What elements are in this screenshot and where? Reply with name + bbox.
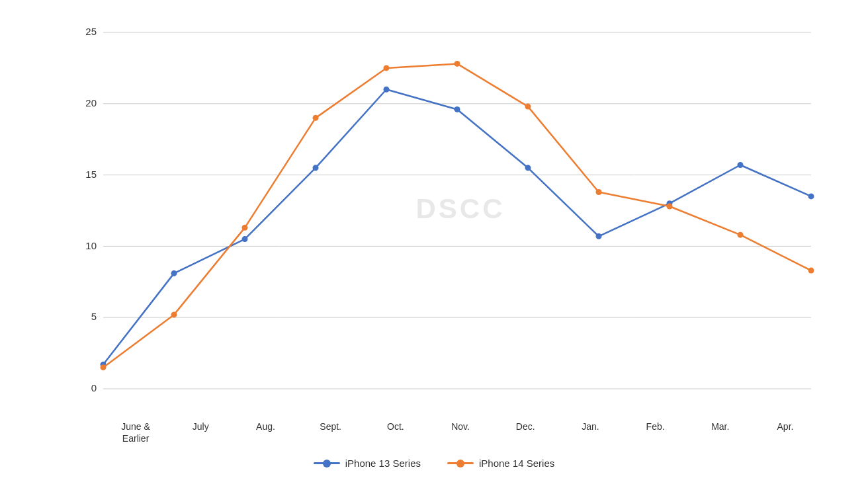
x-axis-tick-label: Aug. <box>233 421 298 444</box>
x-axis-tick-label: Sept. <box>298 421 363 444</box>
x-axis-tick-label: Dec. <box>493 421 558 444</box>
legend-label: iPhone 13 Series <box>345 458 421 469</box>
chart-area: June &EarlierJulyAug.Sept.Oct.Nov.Dec.Ja… <box>37 19 831 444</box>
legend-item: iPhone 13 Series <box>314 458 421 469</box>
x-axis-tick-label: Feb. <box>623 421 688 444</box>
x-axis-tick-label: Oct. <box>363 421 428 444</box>
chart-inner: June &EarlierJulyAug.Sept.Oct.Nov.Dec.Ja… <box>64 19 831 444</box>
x-axis-tick-label: June &Earlier <box>103 421 168 444</box>
x-axis-tick-label: Nov. <box>428 421 493 444</box>
y-axis-label <box>37 19 57 444</box>
legend-label: iPhone 14 Series <box>479 458 554 469</box>
x-axis-tick-label: Apr. <box>753 421 818 444</box>
x-axis-labels: June &EarlierJulyAug.Sept.Oct.Nov.Dec.Ja… <box>64 421 831 444</box>
x-axis-tick-label: July <box>168 421 233 444</box>
x-axis-tick-label: Jan. <box>558 421 623 444</box>
x-axis-tick-label: Mar. <box>688 421 753 444</box>
chart-container: June &EarlierJulyAug.Sept.Oct.Nov.Dec.Ja… <box>37 19 831 469</box>
chart-legend: iPhone 13 Series iPhone 14 Series <box>37 458 831 469</box>
legend-item: iPhone 14 Series <box>447 458 554 469</box>
grid-and-plot <box>64 19 831 415</box>
